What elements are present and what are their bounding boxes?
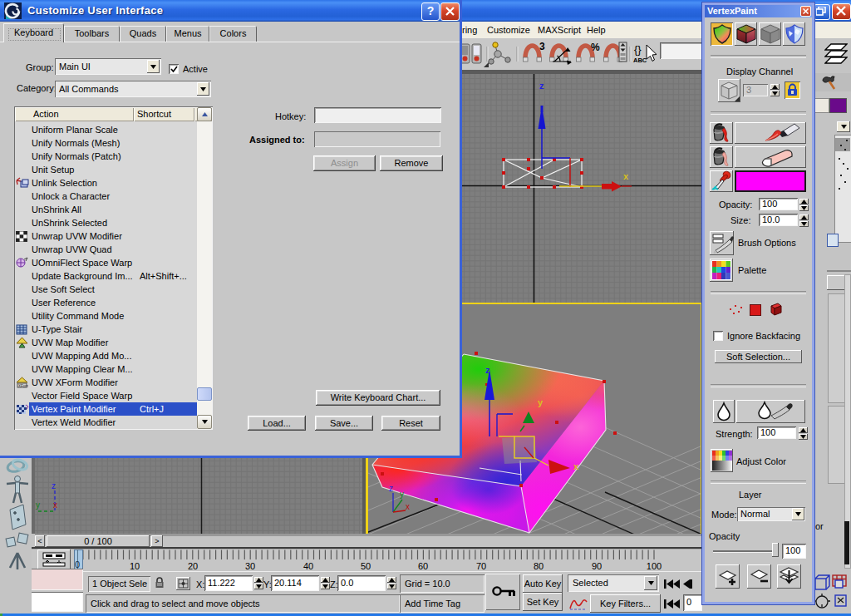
svg-text:100: 100 [647,561,662,571]
svg-text:40: 40 [303,561,313,571]
svg-text:y: y [36,500,40,510]
svg-text:x: x [623,171,629,181]
svg-text:{}: {} [634,43,642,56]
svg-text:z: z [539,81,544,91]
svg-text:3: 3 [539,41,545,52]
svg-text:XForm: XForm [18,384,28,388]
svg-text:20: 20 [188,561,198,571]
svg-text:10: 10 [130,561,140,571]
svg-text:50: 50 [361,561,371,571]
svg-text:60: 60 [418,561,428,571]
svg-text:90: 90 [592,561,602,571]
svg-text:80: 80 [534,561,544,571]
svg-text:%: % [591,42,600,53]
svg-text:70: 70 [476,561,486,571]
svg-text:30: 30 [245,561,255,571]
svg-text:x: x [53,500,57,510]
svg-text:ABC: ABC [633,57,647,64]
svg-text:z: z [52,481,56,490]
